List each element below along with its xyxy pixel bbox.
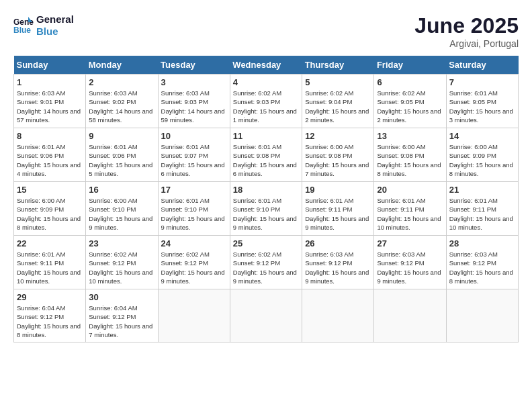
calendar-cell [230,289,302,342]
day-number: 27 [377,238,443,248]
day-header-monday: Monday [86,56,158,75]
day-info: Sunrise: 6:01 AMSunset: 9:08 PMDaylight:… [233,142,299,178]
day-number: 1 [17,77,83,87]
calendar-week-4: 22Sunrise: 6:01 AMSunset: 9:11 PMDayligh… [14,236,519,289]
calendar-cell: 27Sunrise: 6:03 AMSunset: 9:12 PMDayligh… [374,236,446,289]
calendar: SundayMondayTuesdayWednesdayThursdayFrid… [13,56,519,342]
logo-icon: General Blue [13,15,34,36]
calendar-cell: 19Sunrise: 6:01 AMSunset: 9:11 PMDayligh… [302,182,374,236]
calendar-cell: 17Sunrise: 6:01 AMSunset: 9:10 PMDayligh… [158,182,230,236]
day-number: 3 [161,77,227,87]
day-info: Sunrise: 6:01 AMSunset: 9:11 PMDaylight:… [449,196,515,232]
day-info: Sunrise: 6:01 AMSunset: 9:11 PMDaylight:… [17,250,83,285]
day-number: 21 [449,185,515,195]
day-info: Sunrise: 6:02 AMSunset: 9:12 PMDaylight:… [89,250,154,285]
day-info: Sunrise: 6:01 AMSunset: 9:10 PMDaylight:… [233,196,299,232]
day-info: Sunrise: 6:03 AMSunset: 9:01 PMDaylight:… [17,89,83,124]
day-number: 14 [449,131,515,141]
day-info: Sunrise: 6:04 AMSunset: 9:12 PMDaylight:… [89,304,154,339]
calendar-week-1: 1Sunrise: 6:03 AMSunset: 9:01 PMDaylight… [14,75,519,128]
calendar-cell: 21Sunrise: 6:01 AMSunset: 9:11 PMDayligh… [446,182,518,236]
calendar-week-5: 29Sunrise: 6:04 AMSunset: 9:12 PMDayligh… [14,289,519,342]
day-header-sunday: Sunday [14,56,86,75]
day-info: Sunrise: 6:03 AMSunset: 9:03 PMDaylight:… [161,89,227,124]
day-info: Sunrise: 6:02 AMSunset: 9:12 PMDaylight:… [233,250,299,285]
calendar-cell [374,289,446,342]
day-number: 18 [233,185,299,195]
calendar-cell: 20Sunrise: 6:01 AMSunset: 9:11 PMDayligh… [374,182,446,236]
day-number: 22 [17,238,83,248]
calendar-cell: 8Sunrise: 6:01 AMSunset: 9:06 PMDaylight… [14,128,86,182]
day-number: 12 [305,131,371,141]
day-header-wednesday: Wednesday [230,56,302,75]
day-number: 16 [89,185,154,195]
day-header-friday: Friday [374,56,446,75]
day-number: 26 [305,238,371,248]
day-number: 10 [161,131,227,141]
calendar-cell: 26Sunrise: 6:03 AMSunset: 9:12 PMDayligh… [302,236,374,289]
calendar-week-2: 8Sunrise: 6:01 AMSunset: 9:06 PMDaylight… [14,128,519,182]
day-info: Sunrise: 6:01 AMSunset: 9:06 PMDaylight:… [17,142,83,178]
calendar-cell [302,289,374,342]
calendar-cell: 4Sunrise: 6:02 AMSunset: 9:03 PMDaylight… [230,75,302,128]
day-of-week-header: SundayMondayTuesdayWednesdayThursdayFrid… [14,56,519,75]
day-header-thursday: Thursday [302,56,374,75]
day-number: 24 [161,238,227,248]
calendar-cell: 1Sunrise: 6:03 AMSunset: 9:01 PMDaylight… [14,75,86,128]
calendar-cell: 24Sunrise: 6:02 AMSunset: 9:12 PMDayligh… [158,236,230,289]
day-info: Sunrise: 6:01 AMSunset: 9:05 PMDaylight:… [449,89,515,124]
logo-line2: Blue [36,26,74,38]
day-number: 15 [17,185,83,195]
title-area: June 2025 Argivai, Portugal [414,13,519,49]
day-info: Sunrise: 6:00 AMSunset: 9:08 PMDaylight:… [305,142,371,178]
day-number: 9 [89,131,154,141]
day-number: 7 [449,77,515,87]
day-info: Sunrise: 6:04 AMSunset: 9:12 PMDaylight:… [17,304,83,339]
calendar-cell: 30Sunrise: 6:04 AMSunset: 9:12 PMDayligh… [86,289,158,342]
calendar-cell: 23Sunrise: 6:02 AMSunset: 9:12 PMDayligh… [86,236,158,289]
calendar-cell: 2Sunrise: 6:03 AMSunset: 9:02 PMDaylight… [86,75,158,128]
calendar-cell: 7Sunrise: 6:01 AMSunset: 9:05 PMDaylight… [446,75,518,128]
logo-line1: General [36,13,74,26]
day-number: 11 [233,131,299,141]
calendar-cell: 11Sunrise: 6:01 AMSunset: 9:08 PMDayligh… [230,128,302,182]
day-info: Sunrise: 6:02 AMSunset: 9:05 PMDaylight:… [377,89,443,124]
day-number: 20 [377,185,443,195]
day-number: 13 [377,131,443,141]
month-title: June 2025 [414,13,519,38]
day-number: 29 [17,292,83,302]
day-info: Sunrise: 6:02 AMSunset: 9:12 PMDaylight:… [161,250,227,285]
day-header-saturday: Saturday [446,56,518,75]
day-number: 5 [305,77,371,87]
calendar-cell: 14Sunrise: 6:00 AMSunset: 9:09 PMDayligh… [446,128,518,182]
calendar-cell: 3Sunrise: 6:03 AMSunset: 9:03 PMDaylight… [158,75,230,128]
day-info: Sunrise: 6:03 AMSunset: 9:12 PMDaylight:… [449,250,515,285]
calendar-cell: 5Sunrise: 6:02 AMSunset: 9:04 PMDaylight… [302,75,374,128]
day-number: 25 [233,238,299,248]
calendar-cell: 6Sunrise: 6:02 AMSunset: 9:05 PMDaylight… [374,75,446,128]
day-info: Sunrise: 6:00 AMSunset: 9:08 PMDaylight:… [377,142,443,178]
calendar-cell: 15Sunrise: 6:00 AMSunset: 9:09 PMDayligh… [14,182,86,236]
calendar-cell [158,289,230,342]
day-info: Sunrise: 6:01 AMSunset: 9:06 PMDaylight:… [89,142,154,178]
day-number: 8 [17,131,83,141]
day-number: 6 [377,77,443,87]
day-number: 4 [233,77,299,87]
day-info: Sunrise: 6:00 AMSunset: 9:09 PMDaylight:… [17,196,83,232]
day-number: 28 [449,238,515,248]
day-info: Sunrise: 6:01 AMSunset: 9:11 PMDaylight:… [305,196,371,232]
day-header-tuesday: Tuesday [158,56,230,75]
calendar-cell: 28Sunrise: 6:03 AMSunset: 9:12 PMDayligh… [446,236,518,289]
subtitle: Argivai, Portugal [414,38,519,49]
calendar-cell: 12Sunrise: 6:00 AMSunset: 9:08 PMDayligh… [302,128,374,182]
calendar-week-3: 15Sunrise: 6:00 AMSunset: 9:09 PMDayligh… [14,182,519,236]
day-info: Sunrise: 6:01 AMSunset: 9:11 PMDaylight:… [377,196,443,232]
logo: General Blue General Blue [13,13,74,38]
calendar-cell: 22Sunrise: 6:01 AMSunset: 9:11 PMDayligh… [14,236,86,289]
calendar-cell: 25Sunrise: 6:02 AMSunset: 9:12 PMDayligh… [230,236,302,289]
day-number: 23 [89,238,154,248]
page-header: General Blue General Blue June 2025 Argi… [13,13,519,49]
calendar-cell [446,289,518,342]
day-info: Sunrise: 6:00 AMSunset: 9:10 PMDaylight:… [89,196,154,232]
day-info: Sunrise: 6:03 AMSunset: 9:12 PMDaylight:… [377,250,443,285]
